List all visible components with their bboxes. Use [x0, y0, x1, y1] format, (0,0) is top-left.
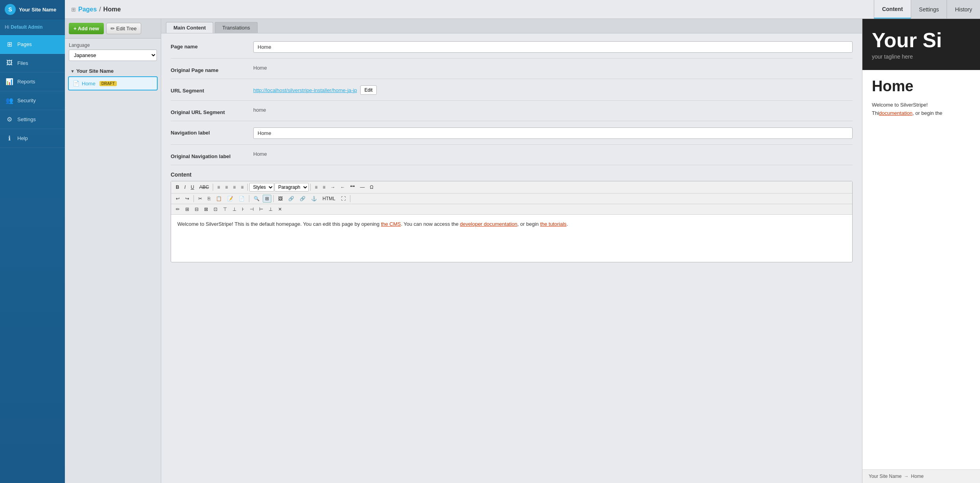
- breadcrumb-separator: /: [99, 6, 101, 13]
- right-panel-tabs: Main Content Translations: [161, 19, 862, 33]
- table-col-props-button[interactable]: ⊡: [211, 205, 220, 213]
- merge-cells-button[interactable]: ⊞: [183, 205, 192, 213]
- left-panel: + Add new ✏ Edit Tree Language Japanese …: [65, 19, 161, 483]
- italic-button[interactable]: I: [182, 183, 188, 191]
- delete-col-button[interactable]: ⊥: [266, 205, 275, 213]
- hi-label: Hi: [5, 24, 9, 30]
- pages-icon: ⊞: [6, 41, 13, 48]
- sidebar: S Your Site Name Hi Default Admin ⊞ Page…: [0, 0, 65, 483]
- page-name-input[interactable]: [253, 41, 853, 53]
- indent-in-button[interactable]: →: [328, 183, 337, 191]
- paragraph-select[interactable]: Paragraph: [274, 183, 309, 192]
- sidebar-user[interactable]: Hi Default Admin: [0, 19, 65, 35]
- paste-word-button[interactable]: 📄: [236, 195, 247, 203]
- tab-content[interactable]: Content: [874, 0, 911, 18]
- language-selector: Language Japanese English: [65, 39, 161, 63]
- delete-table-button[interactable]: ✕: [276, 205, 284, 213]
- anchor-button[interactable]: ⚓: [309, 195, 319, 203]
- table-row-props-button[interactable]: ⊠: [202, 205, 210, 213]
- blockquote-button[interactable]: ❝❝: [348, 183, 357, 191]
- align-left-button[interactable]: ≡: [215, 183, 222, 191]
- find-button[interactable]: 🔍: [251, 195, 262, 203]
- tree-site-root[interactable]: ▼ Your Site Name: [68, 66, 158, 76]
- tab-settings[interactable]: Settings: [911, 0, 947, 18]
- strikethrough-button[interactable]: ABC: [197, 183, 212, 191]
- toolbar-sep-4: [193, 195, 194, 202]
- split-cell-button[interactable]: ⊟: [192, 205, 201, 213]
- sidebar-item-security[interactable]: 👥 Security: [0, 91, 65, 110]
- cut-button[interactable]: ✂: [196, 195, 204, 203]
- hr-button[interactable]: —: [357, 183, 367, 191]
- add-new-button[interactable]: + Add new: [69, 23, 104, 34]
- editor-link-cms[interactable]: the CMS: [381, 221, 401, 227]
- insert-image-button[interactable]: 🖼: [276, 195, 285, 203]
- sidebar-item-pages[interactable]: ⊞ Pages: [0, 35, 65, 54]
- preview-link-docs[interactable]: documentation: [879, 110, 912, 116]
- ol-button[interactable]: ≡: [320, 183, 328, 191]
- toolbar-sep-5: [249, 195, 249, 202]
- undo-button[interactable]: ↩: [173, 195, 182, 203]
- insert-row-before-button[interactable]: ⊤: [221, 205, 229, 213]
- tree-page-item[interactable]: 📄 Home DRAFT: [71, 79, 155, 88]
- justify-button[interactable]: ≡: [238, 183, 246, 191]
- editor-toolbar-2: ↩ ↪ ✂ ⎘ 📋 📝 📄 🔍 ⊞ 🖼: [171, 194, 852, 204]
- toolbar-sep-1: [213, 184, 213, 191]
- rtab-main-content[interactable]: Main Content: [166, 22, 213, 33]
- align-center-button[interactable]: ≡: [223, 183, 230, 191]
- original-page-name-value: Home: [253, 63, 267, 71]
- html-button[interactable]: HTML: [320, 195, 338, 203]
- unlink-button[interactable]: 🔗: [297, 195, 308, 203]
- align-right-button[interactable]: ≡: [230, 183, 238, 191]
- url-edit-button[interactable]: Edit: [360, 85, 377, 95]
- paste-text-button[interactable]: 📝: [225, 195, 236, 203]
- settings-icon: ⚙: [6, 116, 13, 123]
- nav-label-value: [253, 127, 853, 139]
- original-nav-label-value: Home: [253, 149, 267, 157]
- insert-link-button[interactable]: 🔗: [286, 195, 297, 203]
- original-page-name-label: Original Page name: [171, 65, 253, 73]
- copy-button[interactable]: ⎘: [205, 195, 213, 203]
- insert-col-after-button[interactable]: ⊢: [257, 205, 265, 213]
- bold-button[interactable]: B: [173, 183, 182, 191]
- sidebar-item-pages-label: Pages: [17, 41, 32, 47]
- url-segment-link[interactable]: http://localhost/silverstripe-installer/…: [253, 87, 357, 93]
- preview-site-title: Your Si: [872, 29, 971, 52]
- insert-row-after-button[interactable]: ⊥: [230, 205, 239, 213]
- sidebar-logo[interactable]: S Your Site Name: [0, 0, 65, 19]
- original-url-label: Original URL Segment: [171, 107, 253, 115]
- draft-badge: DRAFT: [99, 81, 117, 86]
- ul-button[interactable]: ≡: [312, 183, 320, 191]
- username: Default Admin: [11, 24, 42, 30]
- preview-text-after: , or begin the: [912, 110, 942, 116]
- rtab-translations[interactable]: Translations: [215, 22, 257, 33]
- editor-content[interactable]: Welcome to SilverStripe! This is the def…: [171, 215, 852, 262]
- preview-content: Home Welcome to SilverStripe! Thidocumen…: [862, 70, 980, 469]
- edit-cell-button[interactable]: ✏: [173, 205, 182, 213]
- insert-col-before-button[interactable]: ⊣: [247, 205, 256, 213]
- underline-button[interactable]: U: [188, 183, 197, 191]
- edit-tree-button[interactable]: ✏ Edit Tree: [106, 23, 141, 34]
- reports-icon: 📊: [6, 78, 13, 85]
- editor-link-tutorials[interactable]: the tutorials: [540, 221, 566, 227]
- breadcrumb-section[interactable]: Pages: [78, 6, 97, 13]
- delete-row-button[interactable]: ⊦: [239, 205, 247, 213]
- tab-history[interactable]: History: [947, 0, 980, 18]
- sidebar-item-help[interactable]: ℹ Help: [0, 129, 65, 148]
- editor-link-docs[interactable]: developer documentation: [460, 221, 518, 227]
- language-select[interactable]: Japanese English: [69, 50, 157, 61]
- fullscreen-button[interactable]: ⛶: [339, 195, 348, 203]
- sidebar-item-files[interactable]: 🖼 Files: [0, 54, 65, 72]
- nav-label-input[interactable]: [253, 127, 853, 139]
- sidebar-item-reports[interactable]: 📊 Reports: [0, 72, 65, 91]
- indent-out-button[interactable]: ←: [338, 183, 347, 191]
- editor-text-mid: . You can now access the: [401, 221, 460, 227]
- table-button[interactable]: ⊞: [263, 195, 271, 203]
- paste-button[interactable]: 📋: [214, 195, 224, 203]
- preview-header: Your Si your tagline here: [862, 19, 980, 70]
- sidebar-item-settings[interactable]: ⚙ Settings: [0, 110, 65, 129]
- styles-select[interactable]: Styles: [249, 183, 274, 192]
- sidebar-item-reports-label: Reports: [17, 79, 35, 85]
- redo-button[interactable]: ↪: [183, 195, 192, 203]
- tree-page-link[interactable]: Home: [82, 81, 96, 87]
- special-chars-button[interactable]: Ω: [367, 183, 376, 191]
